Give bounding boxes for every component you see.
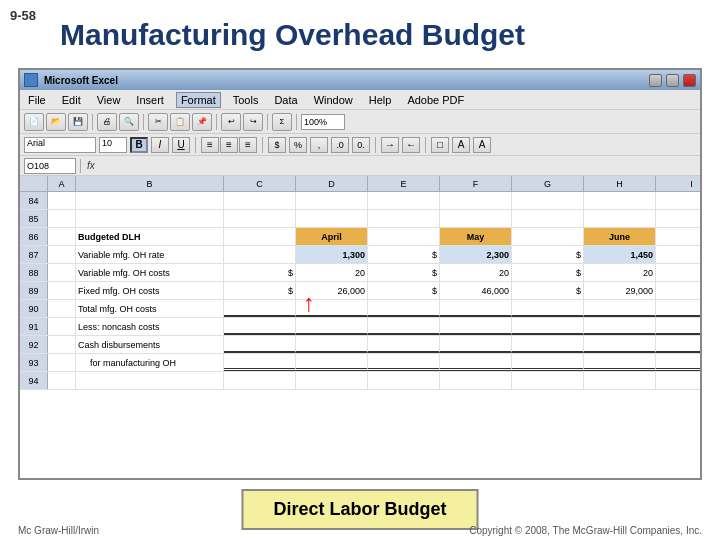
cell-e93[interactable] xyxy=(368,354,440,371)
cell-i92[interactable] xyxy=(656,336,700,353)
cell-c91[interactable] xyxy=(224,318,296,335)
cell-e87-dollar[interactable]: $ xyxy=(368,246,440,263)
cell-e86[interactable] xyxy=(368,228,440,245)
indent-increase-button[interactable]: → xyxy=(381,137,399,153)
cell-e92[interactable] xyxy=(368,336,440,353)
font-select[interactable]: Arial xyxy=(24,137,96,153)
cell-b91[interactable]: Less: noncash costs xyxy=(76,318,224,335)
col-header-e[interactable]: E xyxy=(368,176,440,191)
percent-button[interactable]: % xyxy=(289,137,307,153)
col-header-a[interactable]: A xyxy=(48,176,76,191)
cell-i89-dollar[interactable]: $ xyxy=(656,282,700,299)
cell-e91[interactable] xyxy=(368,318,440,335)
comma-button[interactable]: , xyxy=(310,137,328,153)
cell-a84[interactable] xyxy=(48,192,76,209)
menu-file[interactable]: File xyxy=(24,93,50,107)
cell-a91[interactable] xyxy=(48,318,76,335)
menu-edit[interactable]: Edit xyxy=(58,93,85,107)
cell-a88[interactable] xyxy=(48,264,76,281)
bold-button[interactable]: B xyxy=(130,137,148,153)
cell-a87[interactable] xyxy=(48,246,76,263)
cell-i87-dollar[interactable]: $ xyxy=(656,246,700,263)
cell-f88-rate-may[interactable]: 20 xyxy=(440,264,512,281)
cell-h87-dlh-june[interactable]: 1,450 xyxy=(584,246,656,263)
cell-h94[interactable] xyxy=(584,372,656,389)
cell-h85[interactable] xyxy=(584,210,656,227)
col-header-i[interactable]: I xyxy=(656,176,700,191)
menu-insert[interactable]: Insert xyxy=(132,93,168,107)
cell-g94[interactable] xyxy=(512,372,584,389)
menu-tools[interactable]: Tools xyxy=(229,93,263,107)
cell-e90[interactable] xyxy=(368,300,440,317)
cell-a89[interactable] xyxy=(48,282,76,299)
col-header-h[interactable]: H xyxy=(584,176,656,191)
font-color-button[interactable]: A xyxy=(473,137,491,153)
cell-e88-dollar[interactable]: $ xyxy=(368,264,440,281)
cell-b86[interactable]: Budgeted DLH xyxy=(76,228,224,245)
cell-c92[interactable] xyxy=(224,336,296,353)
menu-adobe[interactable]: Adobe PDF xyxy=(403,93,468,107)
cell-f92[interactable] xyxy=(440,336,512,353)
cell-b88[interactable]: Variable mfg. OH costs xyxy=(76,264,224,281)
cell-i86[interactable] xyxy=(656,228,700,245)
cell-h89[interactable]: 29,000 xyxy=(584,282,656,299)
cell-g92[interactable] xyxy=(512,336,584,353)
cell-g89-dollar[interactable]: $ xyxy=(512,282,584,299)
cell-b87[interactable]: Variable mfg. OH rate xyxy=(76,246,224,263)
cell-c87[interactable] xyxy=(224,246,296,263)
cell-d91[interactable] xyxy=(296,318,368,335)
cell-e89-dollar[interactable]: $ xyxy=(368,282,440,299)
undo-button[interactable]: ↩ xyxy=(221,113,241,131)
cell-b85[interactable] xyxy=(76,210,224,227)
copy-button[interactable]: 📋 xyxy=(170,113,190,131)
align-left-button[interactable]: ≡ xyxy=(201,137,219,153)
cell-f85[interactable] xyxy=(440,210,512,227)
cell-i91[interactable] xyxy=(656,318,700,335)
cell-i94[interactable] xyxy=(656,372,700,389)
decimal-decrease-button[interactable]: 0. xyxy=(352,137,370,153)
cell-h91[interactable] xyxy=(584,318,656,335)
cell-c86[interactable] xyxy=(224,228,296,245)
cell-i84[interactable] xyxy=(656,192,700,209)
cell-a86[interactable] xyxy=(48,228,76,245)
cell-c85[interactable] xyxy=(224,210,296,227)
cell-e94[interactable] xyxy=(368,372,440,389)
cell-e85[interactable] xyxy=(368,210,440,227)
close-button[interactable] xyxy=(683,74,696,87)
col-header-f[interactable]: F xyxy=(440,176,512,191)
cell-f94[interactable] xyxy=(440,372,512,389)
cell-h88-rate-june[interactable]: 20 xyxy=(584,264,656,281)
cell-a85[interactable] xyxy=(48,210,76,227)
cell-c84[interactable] xyxy=(224,192,296,209)
cell-h93[interactable] xyxy=(584,354,656,371)
cell-b84[interactable] xyxy=(76,192,224,209)
menu-format[interactable]: Format xyxy=(176,92,221,108)
cell-c90[interactable] xyxy=(224,300,296,317)
cell-g88-dollar[interactable]: $ xyxy=(512,264,584,281)
cell-i93[interactable] xyxy=(656,354,700,371)
border-button[interactable]: □ xyxy=(431,137,449,153)
new-button[interactable]: 📄 xyxy=(24,113,44,131)
cell-d92[interactable] xyxy=(296,336,368,353)
cell-d87-dlh-april[interactable]: 1,300 xyxy=(296,246,368,263)
col-header-c[interactable]: C xyxy=(224,176,296,191)
cell-h84[interactable] xyxy=(584,192,656,209)
indent-decrease-button[interactable]: ← xyxy=(402,137,420,153)
cell-f84[interactable] xyxy=(440,192,512,209)
cell-i88-dollar[interactable]: $ xyxy=(656,264,700,281)
cell-d94[interactable] xyxy=(296,372,368,389)
name-box[interactable]: O108 xyxy=(24,158,76,174)
underline-button[interactable]: U xyxy=(172,137,190,153)
cut-button[interactable]: ✂ xyxy=(148,113,168,131)
align-center-button[interactable]: ≡ xyxy=(220,137,238,153)
zoom-select[interactable]: 100% xyxy=(301,114,345,130)
fill-color-button[interactable]: A xyxy=(452,137,470,153)
cell-b93[interactable]: for manufacturing OH xyxy=(76,354,224,371)
cell-g85[interactable] xyxy=(512,210,584,227)
cell-a90[interactable] xyxy=(48,300,76,317)
cell-f86-may[interactable]: May xyxy=(440,228,512,245)
autosum-button[interactable]: Σ xyxy=(272,113,292,131)
cell-c94[interactable] xyxy=(224,372,296,389)
cell-h90[interactable] xyxy=(584,300,656,317)
cell-b89[interactable]: Fixed mfg. OH costs xyxy=(76,282,224,299)
